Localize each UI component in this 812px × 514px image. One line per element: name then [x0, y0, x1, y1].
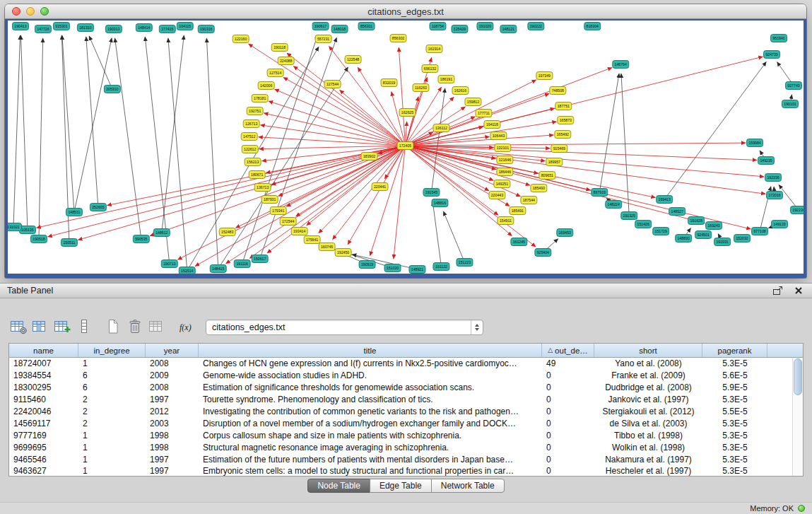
network-node[interactable]: 191020 — [477, 23, 493, 30]
network-node[interactable]: 191545 — [423, 189, 440, 197]
network-node[interactable]: 190713 — [161, 260, 177, 268]
network-node[interactable]: 178181 — [252, 95, 268, 103]
network-node[interactable]: 156213 — [245, 158, 261, 166]
close-panel-icon[interactable] — [792, 285, 805, 296]
network-node[interactable]: 177415 — [159, 25, 175, 33]
network-node[interactable]: 148921 — [409, 266, 425, 274]
network-node[interactable]: 104115 — [177, 23, 193, 30]
row-view-icon[interactable] — [74, 318, 94, 337]
table-row[interactable]: 911546021997Tourette syndrome. Phenomeno… — [9, 394, 792, 406]
network-node[interactable]: 148018 — [331, 25, 348, 33]
network-node[interactable]: 191316 — [198, 25, 214, 33]
network-node[interactable]: 148121 — [500, 25, 517, 33]
tab-edge-table[interactable]: Edge Table — [370, 479, 432, 493]
network-node[interactable]: 160745 — [319, 243, 335, 251]
network-node[interactable]: 169243 — [706, 222, 722, 230]
table-row[interactable]: 977716911998Corpus callosum shape and si… — [9, 429, 792, 441]
network-node[interactable]: 192751 — [247, 107, 263, 115]
network-node[interactable]: 696132 — [422, 65, 438, 73]
network-node[interactable]: 159984 — [747, 139, 763, 147]
network-node[interactable]: 151020 — [384, 264, 401, 272]
network-node[interactable]: 142006 — [258, 82, 274, 90]
column-header-in_degree[interactable]: in_degree — [78, 344, 146, 357]
column-header-short[interactable]: short — [594, 344, 702, 357]
network-node[interactable]: 190118 — [271, 44, 288, 52]
network-node[interactable]: 152032 — [734, 235, 751, 243]
network-node[interactable]: 951941 — [771, 35, 787, 42]
browse-columns-icon[interactable] — [30, 318, 50, 337]
network-node[interactable]: 148527 — [669, 208, 686, 216]
network-node[interactable]: 148816 — [432, 199, 448, 207]
network-node[interactable]: 220441 — [372, 183, 388, 191]
network-node[interactable]: 190617 — [312, 23, 329, 30]
network-node[interactable]: 127544 — [324, 81, 341, 88]
network-node[interactable]: 106443 — [490, 132, 507, 140]
network-node[interactable]: 136713 — [254, 184, 271, 192]
network-node[interactable]: 677108 — [752, 228, 768, 235]
network-node[interactable]: 818304 — [584, 23, 601, 30]
network-node[interactable]: 192450 — [335, 249, 351, 257]
network-node[interactable]: 191325 — [621, 212, 637, 220]
network-node[interactable]: 147512 — [241, 133, 257, 141]
minimize-window-button[interactable] — [26, 7, 35, 16]
column-header-pagerank[interactable]: pagerank — [702, 344, 767, 357]
network-node[interactable]: 924501 — [695, 231, 712, 239]
network-node[interactable]: 192336 — [765, 174, 782, 182]
network-node[interactable]: 191122 — [433, 263, 449, 271]
network-node[interactable]: 127514 — [267, 69, 283, 77]
table-row[interactable]: 969969511998Structural magnetic resonanc… — [9, 441, 792, 453]
network-selector[interactable]: citations_edges.txt — [206, 320, 483, 335]
network-node[interactable]: 126713 — [243, 120, 259, 128]
column-header-year[interactable]: year — [146, 344, 199, 357]
network-node[interactable]: 149133 — [772, 221, 788, 228]
table-row[interactable]: 1830029562008Estimation of significance … — [9, 382, 792, 394]
network-node[interactable]: 116263 — [413, 84, 429, 92]
network-node[interactable]: 252605 — [90, 204, 106, 211]
network-node[interactable]: 165492 — [555, 131, 571, 139]
import-table-icon[interactable] — [147, 318, 167, 337]
table-settings-icon[interactable] — [8, 318, 28, 337]
network-node[interactable]: 315301 — [53, 23, 69, 30]
network-node[interactable]: 832019 — [381, 79, 397, 87]
network-node[interactable]: 146794 — [613, 61, 629, 69]
network-node[interactable]: 180671 — [249, 171, 265, 179]
network-node[interactable]: 748508 — [550, 87, 566, 95]
network-node[interactable]: 172405 — [397, 142, 413, 150]
table-row[interactable]: 1456911722003Disruption of a novel membe… — [9, 417, 792, 429]
network-node[interactable]: 187931 — [261, 196, 278, 204]
function-builder-icon[interactable]: f(x) — [176, 318, 196, 337]
network-node[interactable]: 185491 — [510, 207, 526, 215]
network-node[interactable]: 172544 — [280, 218, 296, 226]
network-node[interactable]: 924733 — [764, 51, 780, 59]
network-node[interactable]: 150511 — [61, 239, 77, 247]
network-node[interactable]: 190919 — [359, 261, 375, 269]
network-node[interactable]: 122548 — [345, 56, 361, 64]
network-node[interactable]: 192234 — [791, 206, 804, 214]
network-node[interactable]: 185493 — [531, 185, 547, 192]
network-node[interactable]: 131021 — [8, 223, 21, 231]
table-row[interactable]: 946554611997Estimation of the future num… — [9, 453, 792, 465]
network-node[interactable]: 161245 — [511, 238, 527, 246]
network-node[interactable]: 927743 — [786, 82, 802, 90]
network-node[interactable]: 162616 — [452, 87, 469, 95]
network-node[interactable]: 175641 — [304, 236, 320, 244]
network-node[interactable]: 125439 — [452, 25, 468, 33]
network-node[interactable]: 151223 — [457, 259, 473, 267]
network-node[interactable]: 148224 — [606, 201, 622, 209]
column-header-title[interactable]: title — [199, 344, 542, 357]
network-node[interactable]: 136112 — [433, 124, 449, 132]
network-node[interactable]: 159812 — [465, 98, 481, 106]
network-node[interactable]: 152514 — [179, 267, 195, 274]
network-node[interactable]: 915469 — [551, 145, 567, 153]
network-node[interactable]: 179341 — [270, 207, 286, 215]
network-node[interactable]: 193414 — [291, 228, 307, 235]
tab-network-table[interactable]: Network Table — [431, 479, 505, 493]
network-node[interactable]: 190222 — [528, 23, 544, 30]
network-node[interactable]: 856302 — [390, 35, 406, 42]
network-node[interactable]: 867919 — [592, 189, 608, 197]
network-node[interactable]: 197349 — [536, 72, 553, 80]
table-row[interactable]: 946362711997Embryonic stem cells: a mode… — [9, 465, 792, 476]
network-canvas[interactable]: 1724051901182240881275141420061781811927… — [8, 21, 804, 274]
network-node[interactable]: 148511 — [66, 209, 82, 216]
network-node[interactable]: 809651 — [539, 172, 555, 180]
